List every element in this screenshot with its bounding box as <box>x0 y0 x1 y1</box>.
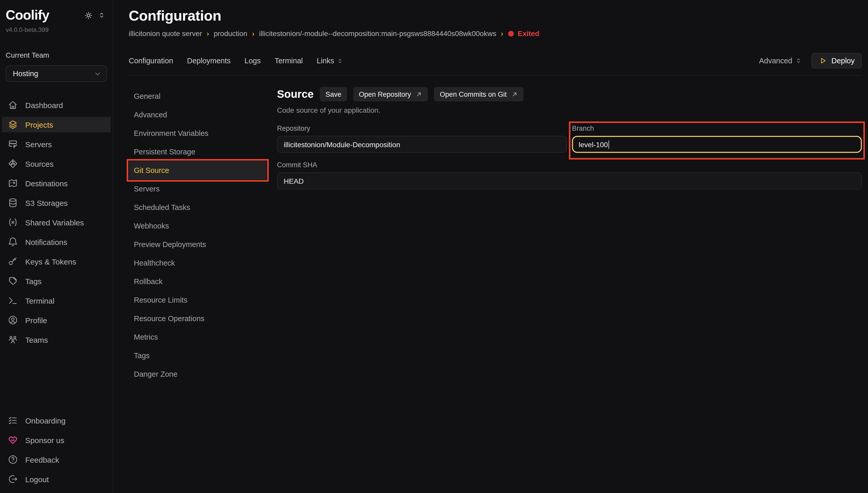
subnav-item-healthcheck[interactable]: Healthcheck <box>129 254 267 272</box>
sidebar-item-notifications[interactable]: Notifications <box>0 234 113 250</box>
source-heading: Source <box>277 88 314 100</box>
subnav-item-persistent-storage[interactable]: Persistent Storage <box>129 143 267 161</box>
commit-sha-label: Commit SHA <box>277 161 862 169</box>
subnav-item-servers[interactable]: Servers <box>129 179 267 198</box>
breadcrumb-application[interactable]: illicitestonion/-module--decomposition:m… <box>259 29 496 38</box>
tabs: Configuration Deployments Logs Terminal … <box>129 57 343 65</box>
subnav-item-danger-zone[interactable]: Danger Zone <box>129 365 267 383</box>
git-icon <box>8 158 18 169</box>
tag-icon <box>8 276 18 286</box>
sidebar-item-profile[interactable]: Profile <box>0 313 113 328</box>
open-repository-button[interactable]: Open Repository <box>353 87 428 101</box>
sidebar-item-s3-storages[interactable]: S3 Storages <box>0 195 113 211</box>
subnav-item-resource-limits[interactable]: Resource Limits <box>129 291 267 309</box>
source-fields: Repository illicitestonion/Module-Decomp… <box>277 125 862 189</box>
sidebar-item-destinations[interactable]: Destinations <box>0 175 113 191</box>
team-select-value: Hosting <box>13 69 38 78</box>
tab-deployments[interactable]: Deployments <box>187 57 231 65</box>
layers-icon <box>8 120 18 130</box>
external-link-icon <box>511 91 518 98</box>
sidebar-item-servers[interactable]: Servers <box>0 136 113 152</box>
sidebar-item-logout[interactable]: Logout <box>0 471 113 487</box>
map-icon <box>8 178 18 188</box>
current-team-label: Current Team <box>0 34 113 59</box>
sidebar-footer-nav: Onboarding Sponsor us Feedback Logout <box>0 413 113 487</box>
breadcrumb-project[interactable]: illicitonion quote server <box>129 29 202 38</box>
external-link-icon <box>416 91 422 98</box>
unfold-icon[interactable] <box>98 11 106 19</box>
sidebar-nav: Dashboard Projects Servers Sources Desti… <box>0 97 113 347</box>
play-icon <box>819 57 827 65</box>
subnav-item-general[interactable]: General <box>129 87 267 106</box>
save-button[interactable]: Save <box>320 87 347 101</box>
subnav-item-tags[interactable]: Tags <box>129 346 267 365</box>
breadcrumb-environment[interactable]: production <box>214 29 247 38</box>
subnav-item-webhooks[interactable]: Webhooks <box>129 217 267 235</box>
open-commits-button[interactable]: Open Commits on Git <box>434 87 524 101</box>
sidebar-item-feedback[interactable]: Feedback <box>0 452 113 467</box>
deploy-button[interactable]: Deploy <box>811 53 862 68</box>
main-content: Configuration illicitonion quote server … <box>113 0 868 493</box>
sidebar-item-shared-variables[interactable]: Shared Variables <box>0 215 113 230</box>
subnav-item-resource-operations[interactable]: Resource Operations <box>129 309 267 328</box>
sidebar-item-terminal[interactable]: Terminal <box>0 293 113 308</box>
sidebar-item-dashboard[interactable]: Dashboard <box>0 97 113 113</box>
user-icon <box>8 315 18 325</box>
source-description: Code source of your application. <box>277 106 862 114</box>
sidebar-item-onboarding[interactable]: Onboarding <box>0 413 113 428</box>
app-version: v4.0.0-beta.399 <box>0 23 113 34</box>
logout-icon <box>8 474 18 484</box>
breadcrumb-separator: › <box>501 29 503 38</box>
status-badge: Exited <box>508 29 539 38</box>
tab-logs[interactable]: Logs <box>245 57 261 65</box>
configuration-subnav: General Advanced Environment Variables P… <box>129 87 267 383</box>
repository-input[interactable]: illicitestonion/Module-Decomposition <box>277 136 567 153</box>
terminal-icon <box>8 295 18 306</box>
breadcrumb-separator: › <box>207 29 209 38</box>
heart-icon <box>8 435 18 445</box>
branch-label: Branch <box>572 125 862 132</box>
tab-links[interactable]: Links <box>317 57 343 65</box>
database-icon <box>8 198 18 208</box>
sidebar-item-keys-tokens[interactable]: Keys & Tokens <box>0 254 113 269</box>
server-icon <box>8 139 18 149</box>
page-title: Configuration <box>129 8 862 24</box>
subnav-item-metrics[interactable]: Metrics <box>129 328 267 346</box>
sidebar-item-projects[interactable]: Projects <box>2 117 111 132</box>
sidebar-item-sources[interactable]: Sources <box>0 156 113 171</box>
subnav-item-rollback[interactable]: Rollback <box>129 272 267 291</box>
checklist-icon <box>8 415 18 426</box>
subnav-item-scheduled-tasks[interactable]: Scheduled Tasks <box>129 198 267 217</box>
sun-icon[interactable] <box>84 10 93 20</box>
repository-label: Repository <box>277 125 567 132</box>
branch-field: Branch level-100 <box>572 125 862 153</box>
team-select[interactable]: Hosting <box>6 65 107 82</box>
tab-configuration[interactable]: Configuration <box>129 57 173 65</box>
subnav-item-preview-deployments[interactable]: Preview Deployments <box>129 235 267 254</box>
subnav-item-git-source[interactable]: Git Source <box>129 161 267 179</box>
sidebar-item-sponsor-us[interactable]: Sponsor us <box>0 432 113 448</box>
commit-sha-input[interactable]: HEAD <box>277 172 862 189</box>
branch-input[interactable]: level-100 <box>572 136 862 153</box>
sidebar: Coolify v4.0.0-beta.399 Current Team Hos… <box>0 0 113 493</box>
text-cursor <box>609 140 609 148</box>
source-header: Source Save Open Repository Open Commits… <box>277 87 862 101</box>
configuration-content: General Advanced Environment Variables P… <box>129 87 862 383</box>
subnav-item-advanced[interactable]: Advanced <box>129 106 267 124</box>
tabs-row: Configuration Deployments Logs Terminal … <box>129 53 862 68</box>
repository-field: Repository illicitestonion/Module-Decomp… <box>277 125 567 153</box>
help-icon <box>8 454 18 465</box>
tab-terminal[interactable]: Terminal <box>275 57 303 65</box>
subnav-item-environment-variables[interactable]: Environment Variables <box>129 124 267 143</box>
unfold-icon <box>337 57 343 64</box>
sidebar-item-teams[interactable]: Teams <box>0 332 113 347</box>
status-dot-icon <box>508 30 513 36</box>
advanced-dropdown[interactable]: Advanced <box>759 57 802 65</box>
app-logo: Coolify <box>6 7 49 23</box>
sidebar-item-tags[interactable]: Tags <box>0 273 113 289</box>
bell-icon <box>8 237 18 247</box>
breadcrumb: illicitonion quote server › production ›… <box>129 29 862 38</box>
variables-icon <box>8 217 18 228</box>
key-icon <box>8 256 18 266</box>
breadcrumb-separator: › <box>252 29 254 38</box>
